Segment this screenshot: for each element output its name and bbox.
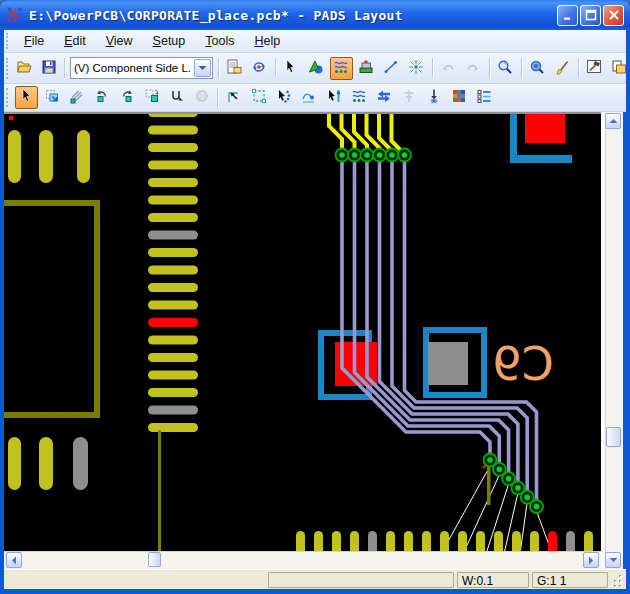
menu-grip[interactable] [6, 33, 11, 48]
scroll-down-button[interactable] [605, 552, 621, 568]
top-right-component [510, 114, 572, 163]
select-net-icon [276, 88, 292, 107]
rotate-cw-icon [119, 88, 135, 107]
board-detail-button[interactable] [355, 57, 378, 80]
select-net-button[interactable] [272, 86, 295, 109]
stretch-icon [251, 88, 267, 107]
close-button[interactable] [603, 5, 624, 26]
layer-select-value: (V) Component Side L. [71, 62, 194, 74]
window-controls [557, 5, 624, 26]
toolbar-separator [217, 88, 218, 108]
top-vias [336, 149, 412, 162]
select-arrow-icon [19, 88, 35, 107]
vertical-scrollbar[interactable] [605, 112, 623, 569]
verify-design-button[interactable] [305, 57, 328, 80]
copy-docs-icon [611, 59, 627, 78]
edit-curve-icon [301, 88, 317, 107]
bottom-vias [484, 454, 544, 514]
scroll-left-button[interactable] [6, 552, 22, 568]
rotate-cw-button[interactable] [115, 86, 138, 109]
stretch-button[interactable] [247, 86, 270, 109]
add-line-icon [383, 59, 399, 78]
select-arrow-icon [283, 59, 299, 78]
pcb-canvas[interactable]: C9 [4, 112, 601, 551]
maximize-button[interactable] [580, 5, 601, 26]
select-edge-button[interactable] [322, 86, 345, 109]
undo-button[interactable] [437, 57, 460, 80]
horizontal-scrollbar[interactable] [4, 551, 601, 569]
color-view-icon [451, 88, 467, 107]
redo-button[interactable] [462, 57, 485, 80]
menu-setup[interactable]: Setup [143, 32, 196, 50]
scroll-right-button[interactable] [583, 552, 599, 568]
toolbar-separator [218, 58, 219, 78]
select-edge-icon [326, 88, 342, 107]
report-tools-button[interactable] [583, 57, 606, 80]
display-list-button[interactable] [472, 86, 495, 109]
menu-tools[interactable]: Tools [195, 32, 244, 50]
bus-route-button[interactable] [372, 86, 395, 109]
layer-select[interactable]: (V) Component Side L. [70, 57, 213, 79]
window-border-bottom [0, 589, 630, 594]
undo-move-button[interactable] [165, 86, 188, 109]
move-button[interactable] [40, 86, 63, 109]
route-mode-button[interactable] [330, 57, 353, 80]
rotate-ccw-button[interactable] [90, 86, 113, 109]
corner-select-button[interactable] [222, 86, 245, 109]
save-icon [41, 59, 57, 78]
select-arrow-button[interactable] [15, 86, 38, 109]
pads-layout-window: E:\PowerPCB\CORPORATE_place.pcb* - PADS … [0, 0, 630, 594]
properties-icon [226, 59, 242, 78]
push-via-button[interactable] [422, 86, 445, 109]
resize-grip[interactable] [611, 575, 623, 587]
toolbar-separator [64, 58, 65, 78]
title-bar: E:\PowerPCB\CORPORATE_place.pcb* - PADS … [0, 0, 630, 30]
bottom-left-pads [8, 437, 88, 490]
zoom-area-button[interactable] [526, 57, 549, 80]
spin-icon [194, 88, 210, 107]
route-dots-button[interactable] [347, 86, 370, 109]
edit-curve-button[interactable] [297, 86, 320, 109]
horizontal-scroll-thumb[interactable] [148, 552, 161, 567]
menu-edit[interactable]: Edit [54, 32, 96, 50]
select-arrow-button[interactable] [280, 57, 303, 80]
minimize-button[interactable] [557, 5, 578, 26]
window-title: E:\PowerPCB\CORPORATE_place.pcb* - PADS … [29, 8, 553, 23]
redraw-button[interactable] [248, 57, 271, 80]
align-button[interactable] [397, 86, 420, 109]
menu-file[interactable]: File [14, 32, 54, 50]
status-width-field: W:0.1 [457, 572, 529, 588]
toolbar1-grip[interactable] [6, 58, 8, 79]
save-button[interactable] [37, 57, 60, 80]
redraw-brush-icon [554, 59, 570, 78]
chevron-down-icon[interactable] [194, 59, 211, 77]
spin-button[interactable] [190, 86, 213, 109]
bottom-pad-row [296, 531, 601, 551]
toolbar2-grip[interactable] [6, 88, 11, 107]
menu-bar: FileEditViewSetupToolsHelp [4, 30, 626, 53]
vertical-scroll-thumb[interactable] [606, 427, 621, 447]
ref-designator: C9 [492, 337, 553, 391]
status-grid-field: G:1 1 [532, 572, 608, 588]
scroll-up-button[interactable] [605, 113, 621, 129]
menu-view[interactable]: View [96, 32, 143, 50]
zoom-button[interactable] [494, 57, 517, 80]
align-icon [401, 88, 417, 107]
right-component [426, 330, 484, 395]
color-view-button[interactable] [447, 86, 470, 109]
open-icon [16, 59, 32, 78]
display-list-icon [476, 88, 492, 107]
ic-outline [4, 203, 97, 415]
properties-button[interactable] [223, 57, 246, 80]
report-tools-icon [586, 59, 602, 78]
flip-side-button[interactable] [140, 86, 163, 109]
redraw-brush-button[interactable] [551, 57, 574, 80]
add-line-button[interactable] [380, 57, 403, 80]
open-button[interactable] [12, 57, 35, 80]
toolbar-separator [275, 58, 276, 78]
menu-help[interactable]: Help [244, 32, 290, 50]
copy-docs-button[interactable] [608, 57, 630, 80]
bga-fanout-button[interactable] [405, 57, 428, 80]
radial-move-button[interactable] [65, 86, 88, 109]
rotate-ccw-icon [94, 88, 110, 107]
